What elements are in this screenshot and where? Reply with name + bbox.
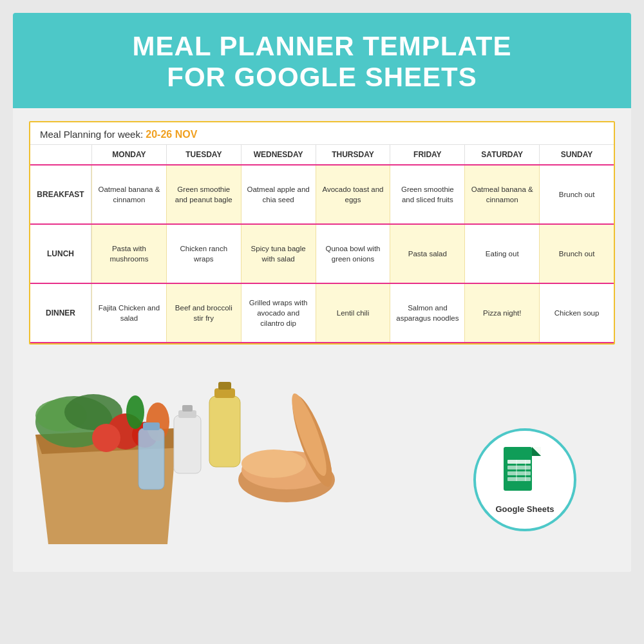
dinner-label-cell: DINNER: [30, 284, 91, 342]
svg-rect-13: [218, 382, 231, 390]
header-title-line2: for GOOGLE SHEETS: [26, 62, 618, 93]
lunch-saturday: Eating out: [464, 225, 539, 283]
google-sheets-label: Google Sheets: [495, 504, 554, 514]
breakfast-label-cell: BREAKFAST: [30, 166, 91, 223]
main-content: Meal Planning for week: 20-26 NOV MONDAY…: [13, 108, 631, 572]
week-label: Meal Planning for week:: [40, 129, 143, 140]
svg-rect-14: [138, 428, 164, 489]
day-friday: FRIDAY: [390, 145, 464, 164]
meal-planner-table: Meal Planning for week: 20-26 NOV MONDAY…: [29, 121, 615, 345]
dinner-wednesday: Grilled wraps with avocado and cilantro …: [241, 284, 316, 342]
svg-rect-25: [507, 460, 531, 464]
day-monday: MONDAY: [91, 145, 166, 164]
day-saturday: SATURDAY: [464, 145, 539, 164]
breakfast-label: BREAKFAST: [37, 190, 84, 199]
lunch-tuesday: Chicken ranch wraps: [166, 225, 241, 283]
lunch-label: LUNCH: [47, 249, 74, 258]
svg-rect-15: [143, 422, 160, 430]
breakfast-thursday: Avocado toast and eggs: [316, 166, 390, 223]
day-header-empty: [30, 145, 91, 164]
week-dates: 20-26 NOV: [146, 129, 197, 140]
dinner-saturday: Pizza night!: [464, 284, 539, 342]
main-container: MEAL PLANNER TEMPLATE for GOOGLE SHEETS …: [13, 13, 631, 572]
header-title-line1: MEAL PLANNER TEMPLATE: [26, 31, 618, 62]
svg-point-4: [92, 424, 120, 452]
breakfast-friday: Green smoothie and sliced fruits: [390, 166, 464, 223]
lunch-wednesday: Spicy tuna bagle with salad: [241, 225, 316, 283]
week-header: Meal Planning for week: 20-26 NOV: [30, 122, 614, 145]
dinner-tuesday: Beef and broccoli stir fry: [166, 284, 241, 342]
dinner-friday: Salmon and asparagus noodles: [390, 284, 464, 342]
breakfast-row: BREAKFAST Oatmeal banana & cinnamon Gree…: [30, 166, 614, 225]
breakfast-saturday: Oatmeal banana & cinnamon: [464, 166, 539, 223]
google-sheets-icon: [502, 446, 547, 500]
dinner-sunday: Chicken soup: [539, 284, 614, 342]
lunch-thursday: Qunoa bowl with green onions: [316, 225, 390, 283]
svg-rect-27: [507, 471, 531, 475]
header-banner: MEAL PLANNER TEMPLATE for GOOGLE SHEETS: [13, 13, 631, 108]
breakfast-sunday: Brunch out: [539, 166, 614, 223]
svg-point-7: [126, 395, 144, 429]
svg-point-18: [242, 450, 306, 478]
breakfast-monday: Oatmeal banana & cinnamon: [91, 166, 166, 223]
day-sunday: SUNDAY: [539, 145, 614, 164]
dinner-thursday: Lentil chili: [316, 284, 390, 342]
google-sheets-badge: Google Sheets: [473, 428, 576, 531]
svg-rect-8: [174, 415, 201, 473]
lunch-friday: Pasta salad: [390, 225, 464, 283]
dinner-monday: Fajita Chicken and salad: [91, 284, 166, 342]
svg-rect-28: [507, 477, 531, 481]
food-illustration: [29, 357, 345, 551]
day-thursday: THURSDAY: [316, 145, 390, 164]
lunch-label-cell: LUNCH: [30, 225, 91, 283]
svg-rect-12: [214, 388, 235, 398]
bottom-area: Google Sheets: [29, 345, 615, 551]
days-row: MONDAY TUESDAY WEDNESDAY THURSDAY FRIDAY…: [30, 145, 614, 166]
svg-rect-10: [182, 405, 193, 412]
dinner-label: DINNER: [46, 308, 75, 317]
lunch-sunday: Brunch out: [539, 225, 614, 283]
lunch-row: LUNCH Pasta with mushrooms Chicken ranch…: [30, 225, 614, 284]
breakfast-wednesday: Oatmeal apple and chia seed: [241, 166, 316, 223]
day-tuesday: TUESDAY: [166, 145, 241, 164]
lunch-monday: Pasta with mushrooms: [91, 225, 166, 283]
breakfast-tuesday: Green smoothie and peanut bagle: [166, 166, 241, 223]
day-wednesday: WEDNESDAY: [241, 145, 316, 164]
dinner-row: DINNER Fajita Chicken and salad Beef and…: [30, 284, 614, 343]
svg-rect-11: [209, 396, 240, 467]
svg-rect-26: [507, 466, 531, 469]
